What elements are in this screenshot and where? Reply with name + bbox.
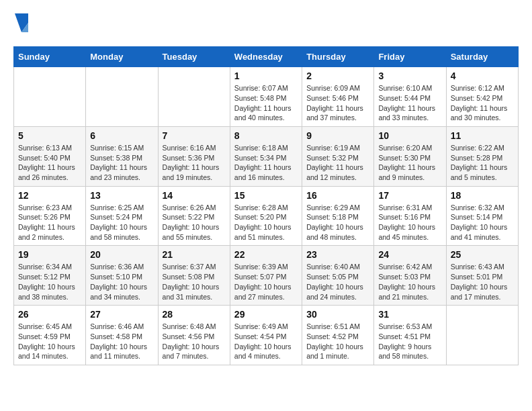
weekday-header-wednesday: Wednesday bbox=[230, 47, 302, 67]
calendar-cell: 23Sunrise: 6:40 AM Sunset: 5:05 PM Dayli… bbox=[302, 246, 374, 306]
calendar-week-row: 19Sunrise: 6:34 AM Sunset: 5:12 PM Dayli… bbox=[14, 246, 519, 306]
calendar-cell bbox=[14, 67, 86, 127]
day-number: 27 bbox=[90, 309, 153, 320]
calendar-cell: 14Sunrise: 6:26 AM Sunset: 5:22 PM Dayli… bbox=[158, 186, 230, 246]
calendar-cell bbox=[446, 306, 518, 365]
day-number: 16 bbox=[306, 190, 369, 201]
calendar-week-row: 1Sunrise: 6:07 AM Sunset: 5:48 PM Daylig… bbox=[14, 67, 519, 127]
day-number: 13 bbox=[90, 190, 153, 201]
logo-icon bbox=[15, 13, 28, 32]
calendar-cell: 2Sunrise: 6:09 AM Sunset: 5:46 PM Daylig… bbox=[302, 67, 374, 127]
day-number: 8 bbox=[234, 130, 298, 141]
calendar-cell: 15Sunrise: 6:28 AM Sunset: 5:20 PM Dayli… bbox=[230, 186, 302, 246]
weekday-header-sunday: Sunday bbox=[14, 47, 86, 67]
calendar-cell: 21Sunrise: 6:37 AM Sunset: 5:08 PM Dayli… bbox=[158, 246, 230, 306]
calendar-cell: 16Sunrise: 6:29 AM Sunset: 5:18 PM Dayli… bbox=[302, 186, 374, 246]
calendar-cell: 25Sunrise: 6:43 AM Sunset: 5:01 PM Dayli… bbox=[446, 246, 518, 306]
calendar-table: SundayMondayTuesdayWednesdayThursdayFrid… bbox=[13, 46, 519, 365]
calendar-cell: 27Sunrise: 6:46 AM Sunset: 4:58 PM Dayli… bbox=[86, 306, 158, 365]
weekday-header-tuesday: Tuesday bbox=[158, 47, 230, 67]
cell-content: Sunrise: 6:39 AM Sunset: 5:07 PM Dayligh… bbox=[234, 262, 298, 302]
calendar-cell bbox=[86, 67, 158, 127]
calendar-cell: 18Sunrise: 6:32 AM Sunset: 5:14 PM Dayli… bbox=[446, 186, 518, 246]
calendar-cell: 8Sunrise: 6:18 AM Sunset: 5:34 PM Daylig… bbox=[230, 126, 302, 186]
calendar-cell: 6Sunrise: 6:15 AM Sunset: 5:38 PM Daylig… bbox=[86, 126, 158, 186]
cell-content: Sunrise: 6:42 AM Sunset: 5:03 PM Dayligh… bbox=[378, 262, 441, 302]
cell-content: Sunrise: 6:53 AM Sunset: 4:51 PM Dayligh… bbox=[378, 322, 441, 361]
cell-content: Sunrise: 6:49 AM Sunset: 4:54 PM Dayligh… bbox=[234, 322, 298, 361]
calendar-cell: 1Sunrise: 6:07 AM Sunset: 5:48 PM Daylig… bbox=[230, 67, 302, 127]
cell-content: Sunrise: 6:13 AM Sunset: 5:40 PM Dayligh… bbox=[18, 143, 81, 183]
cell-content: Sunrise: 6:19 AM Sunset: 5:32 PM Dayligh… bbox=[306, 143, 369, 183]
calendar-cell: 30Sunrise: 6:51 AM Sunset: 4:52 PM Dayli… bbox=[302, 306, 374, 365]
cell-content: Sunrise: 6:29 AM Sunset: 5:18 PM Dayligh… bbox=[306, 203, 369, 242]
cell-content: Sunrise: 6:25 AM Sunset: 5:24 PM Dayligh… bbox=[90, 203, 153, 242]
day-number: 25 bbox=[451, 249, 514, 260]
weekday-header-monday: Monday bbox=[86, 47, 158, 67]
cell-content: Sunrise: 6:32 AM Sunset: 5:14 PM Dayligh… bbox=[451, 203, 514, 242]
day-number: 26 bbox=[18, 309, 81, 320]
cell-content: Sunrise: 6:12 AM Sunset: 5:42 PM Dayligh… bbox=[451, 83, 514, 123]
cell-content: Sunrise: 6:28 AM Sunset: 5:20 PM Dayligh… bbox=[234, 203, 298, 242]
calendar-cell: 13Sunrise: 6:25 AM Sunset: 5:24 PM Dayli… bbox=[86, 186, 158, 246]
day-number: 1 bbox=[234, 71, 298, 81]
day-number: 17 bbox=[378, 190, 441, 201]
cell-content: Sunrise: 6:40 AM Sunset: 5:05 PM Dayligh… bbox=[306, 262, 369, 302]
day-number: 2 bbox=[306, 71, 369, 81]
calendar-cell: 17Sunrise: 6:31 AM Sunset: 5:16 PM Dayli… bbox=[374, 186, 446, 246]
day-number: 21 bbox=[163, 249, 226, 260]
cell-content: Sunrise: 6:20 AM Sunset: 5:30 PM Dayligh… bbox=[378, 143, 441, 183]
day-number: 7 bbox=[163, 130, 226, 141]
cell-content: Sunrise: 6:48 AM Sunset: 4:56 PM Dayligh… bbox=[163, 322, 226, 361]
calendar-cell: 5Sunrise: 6:13 AM Sunset: 5:40 PM Daylig… bbox=[14, 126, 86, 186]
day-number: 15 bbox=[234, 190, 298, 201]
calendar-cell: 20Sunrise: 6:36 AM Sunset: 5:10 PM Dayli… bbox=[86, 246, 158, 306]
cell-content: Sunrise: 6:23 AM Sunset: 5:26 PM Dayligh… bbox=[18, 203, 81, 242]
day-number: 4 bbox=[451, 71, 514, 81]
day-number: 30 bbox=[306, 309, 369, 320]
calendar-cell: 31Sunrise: 6:53 AM Sunset: 4:51 PM Dayli… bbox=[374, 306, 446, 365]
day-number: 23 bbox=[306, 249, 369, 260]
calendar-week-row: 5Sunrise: 6:13 AM Sunset: 5:40 PM Daylig… bbox=[14, 126, 519, 186]
day-number: 9 bbox=[306, 130, 369, 141]
cell-content: Sunrise: 6:07 AM Sunset: 5:48 PM Dayligh… bbox=[234, 83, 298, 123]
calendar-cell: 28Sunrise: 6:48 AM Sunset: 4:56 PM Dayli… bbox=[158, 306, 230, 365]
cell-content: Sunrise: 6:46 AM Sunset: 4:58 PM Dayligh… bbox=[90, 322, 153, 361]
cell-content: Sunrise: 6:15 AM Sunset: 5:38 PM Dayligh… bbox=[90, 143, 153, 183]
calendar-cell: 9Sunrise: 6:19 AM Sunset: 5:32 PM Daylig… bbox=[302, 126, 374, 186]
day-number: 18 bbox=[451, 190, 514, 201]
calendar-cell: 11Sunrise: 6:22 AM Sunset: 5:28 PM Dayli… bbox=[446, 126, 518, 186]
cell-content: Sunrise: 6:43 AM Sunset: 5:01 PM Dayligh… bbox=[451, 262, 514, 302]
day-number: 24 bbox=[378, 249, 441, 260]
day-number: 14 bbox=[163, 190, 226, 201]
day-number: 22 bbox=[234, 249, 298, 260]
cell-content: Sunrise: 6:10 AM Sunset: 5:44 PM Dayligh… bbox=[378, 83, 441, 123]
cell-content: Sunrise: 6:37 AM Sunset: 5:08 PM Dayligh… bbox=[163, 262, 226, 302]
calendar-cell: 24Sunrise: 6:42 AM Sunset: 5:03 PM Dayli… bbox=[374, 246, 446, 306]
day-number: 3 bbox=[378, 71, 441, 81]
day-number: 20 bbox=[90, 249, 153, 260]
calendar-cell bbox=[158, 67, 230, 127]
cell-content: Sunrise: 6:45 AM Sunset: 4:59 PM Dayligh… bbox=[18, 322, 81, 361]
calendar-cell: 7Sunrise: 6:16 AM Sunset: 5:36 PM Daylig… bbox=[158, 126, 230, 186]
cell-content: Sunrise: 6:16 AM Sunset: 5:36 PM Dayligh… bbox=[163, 143, 226, 183]
calendar-week-row: 26Sunrise: 6:45 AM Sunset: 4:59 PM Dayli… bbox=[14, 306, 519, 365]
calendar-cell: 22Sunrise: 6:39 AM Sunset: 5:07 PM Dayli… bbox=[230, 246, 302, 306]
logo bbox=[13, 13, 28, 36]
weekday-header-row: SundayMondayTuesdayWednesdayThursdayFrid… bbox=[14, 47, 519, 67]
day-number: 19 bbox=[18, 249, 81, 260]
day-number: 29 bbox=[234, 309, 298, 320]
day-number: 12 bbox=[18, 190, 81, 201]
weekday-header-friday: Friday bbox=[374, 47, 446, 67]
calendar-week-row: 12Sunrise: 6:23 AM Sunset: 5:26 PM Dayli… bbox=[14, 186, 519, 246]
day-number: 31 bbox=[378, 309, 441, 320]
weekday-header-thursday: Thursday bbox=[302, 47, 374, 67]
cell-content: Sunrise: 6:31 AM Sunset: 5:16 PM Dayligh… bbox=[378, 203, 441, 242]
cell-content: Sunrise: 6:34 AM Sunset: 5:12 PM Dayligh… bbox=[18, 262, 81, 302]
day-number: 5 bbox=[18, 130, 81, 141]
cell-content: Sunrise: 6:09 AM Sunset: 5:46 PM Dayligh… bbox=[306, 83, 369, 123]
calendar-cell: 12Sunrise: 6:23 AM Sunset: 5:26 PM Dayli… bbox=[14, 186, 86, 246]
calendar-cell: 10Sunrise: 6:20 AM Sunset: 5:30 PM Dayli… bbox=[374, 126, 446, 186]
day-number: 10 bbox=[378, 130, 441, 141]
calendar-cell: 19Sunrise: 6:34 AM Sunset: 5:12 PM Dayli… bbox=[14, 246, 86, 306]
